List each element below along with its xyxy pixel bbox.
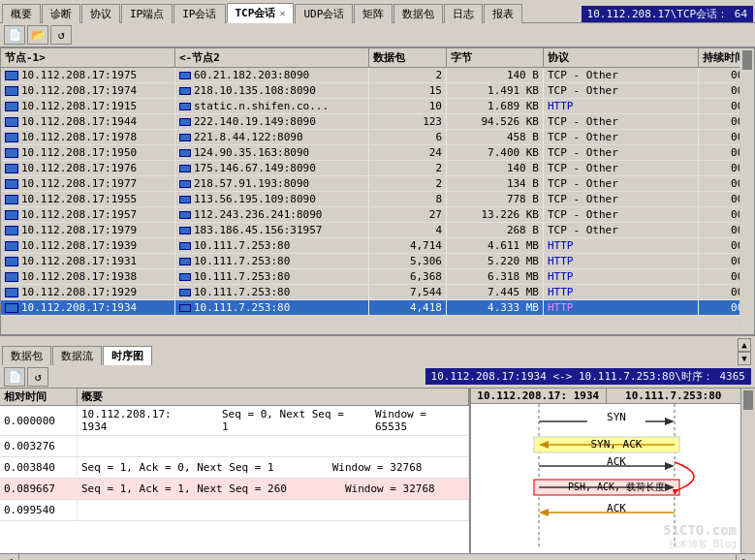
time-cell-summary: Seq = 1, Ack = 0, Next Seq = 1Window = 3…: [78, 457, 469, 478]
cell-packets: 15: [369, 83, 447, 98]
table-row[interactable]: 10.112.208.17:1929 10.111.7.253:80 7,544…: [1, 285, 739, 300]
cell-protocol: TCP - Other: [544, 223, 699, 237]
node2-icon: [179, 304, 191, 312]
bottom-new-btn[interactable]: 📄: [4, 367, 25, 387]
bottom-tab-stream[interactable]: 数据流: [52, 346, 102, 365]
col-node1[interactable]: 节点-1>: [1, 48, 175, 67]
cell-protocol: TCP - Other: [544, 83, 699, 98]
bottom-tab-timing[interactable]: 时序图: [103, 346, 152, 365]
open-button[interactable]: 📂: [27, 25, 48, 45]
cell-node1: 10.112.208.17:1977: [1, 176, 175, 191]
time-cell-time: 0.000000: [0, 406, 78, 435]
bottom-tab-packets[interactable]: 数据包: [2, 346, 51, 365]
cell-bytes: 4.611 MB: [447, 238, 544, 253]
cell-duration: 00:00:10: [699, 99, 739, 113]
col-node2[interactable]: <-节点2: [175, 48, 369, 67]
tab-udp-session[interactable]: UDP会话: [295, 4, 353, 23]
table-row[interactable]: 10.112.208.17:1957 112.243.236.241:8090 …: [1, 207, 739, 223]
horizontal-scrollbar[interactable]: ◄ ►: [0, 553, 755, 560]
tab-ip-session[interactable]: IP会话: [173, 4, 225, 23]
time-row[interactable]: 0.099540: [0, 500, 469, 521]
tab-packets[interactable]: 数据包: [393, 4, 443, 23]
bottom-scrollbar[interactable]: [740, 389, 755, 553]
cell-duration: 00:00:06: [699, 192, 739, 206]
time-cell-summary: [78, 436, 469, 456]
new-button[interactable]: 📄: [4, 25, 25, 45]
cell-packets: 24: [369, 145, 447, 160]
table-row[interactable]: 10.112.208.17:1978 221.8.44.122:8090 6 4…: [1, 130, 739, 145]
table-row[interactable]: 10.112.208.17:1944 222.140.19.149:8090 1…: [1, 114, 739, 130]
cell-node1: 10.112.208.17:1931: [1, 254, 175, 268]
cell-protocol: TCP - Other: [544, 130, 699, 144]
scroll-right-btn[interactable]: ►: [736, 554, 755, 560]
node2-icon: [179, 149, 191, 157]
cell-node2: 113.56.195.109:8090: [175, 192, 369, 206]
time-cell-summary: Seq = 1, Ack = 1, Next Seq = 260Window =…: [78, 479, 469, 499]
table-row[interactable]: 10.112.208.17:1976 175.146.67.149:8090 2…: [1, 161, 739, 176]
tab-ip-endpoint[interactable]: IP端点: [121, 4, 173, 23]
tab-overview[interactable]: 概要: [2, 4, 41, 23]
cell-duration: 00:00:06: [699, 207, 739, 222]
panel-collapse-up[interactable]: ▲: [738, 338, 751, 352]
node2-icon: [179, 211, 191, 219]
tab-diagnosis[interactable]: 诊断: [42, 4, 80, 23]
table-row[interactable]: 10.112.208.17:1977 218.57.91.193:8090 2 …: [1, 176, 739, 192]
bottom-scroll-thumb[interactable]: [743, 390, 753, 410]
node1-icon: [5, 195, 18, 204]
time-row[interactable]: 0.000000 10.112.208.17: 1934Seq = 0, Nex…: [0, 406, 469, 436]
bottom-toolbar: 📄 ↺ 10.112.208.17:1934 <-> 10.111.7.253:…: [0, 365, 755, 389]
node1-icon: [5, 303, 18, 313]
cell-bytes: 140 B: [447, 161, 544, 175]
table-row[interactable]: 10.112.208.17:1950 124.90.35.163:8090 24…: [1, 145, 739, 161]
scroll-thumb[interactable]: [742, 50, 752, 70]
time-table-body: 0.000000 10.112.208.17: 1934Seq = 0, Nex…: [0, 406, 469, 521]
table-row[interactable]: 10.112.208.17:1931 10.111.7.253:80 5,306…: [1, 254, 739, 269]
tab-report[interactable]: 报表: [484, 4, 522, 23]
diagram-right-node: 10.111.7.253:80: [607, 389, 741, 403]
tab-matrix[interactable]: 矩阵: [354, 4, 393, 23]
table-row[interactable]: 10.112.208.17:1975 60.21.182.203:8090 2 …: [1, 68, 739, 83]
cell-protocol: TCP - Other: [544, 192, 699, 206]
col-duration[interactable]: 持续时间: [699, 48, 739, 67]
col-protocol[interactable]: 协议: [544, 48, 699, 67]
cell-bytes: 7.445 MB: [447, 285, 544, 299]
node1-icon: [5, 272, 18, 282]
time-cell-time: 0.099540: [0, 500, 78, 520]
table-row[interactable]: 10.112.208.17:1974 218.10.135.108:8090 1…: [1, 83, 739, 99]
scroll-left-btn[interactable]: ◄: [0, 554, 19, 560]
cell-node2: 10.111.7.253:80: [175, 238, 369, 253]
cell-duration: 00:00:01: [699, 176, 739, 191]
main-toolbar: 📄 📂 ↺: [0, 23, 755, 47]
time-row[interactable]: 0.003840 Seq = 1, Ack = 0, Next Seq = 1W…: [0, 457, 469, 479]
table-row[interactable]: 10.112.208.17:1979 183.186.45.156:31957 …: [1, 223, 739, 238]
tab-log[interactable]: 日志: [444, 4, 483, 23]
table-header: 节点-1> <-节点2 数据包 字节 协议 持续时间: [1, 48, 739, 68]
cell-node1: 10.112.208.17:1950: [1, 145, 175, 160]
cell-bytes: 268 B: [447, 223, 544, 237]
refresh-button[interactable]: ↺: [50, 25, 72, 45]
table-row[interactable]: 10.112.208.17:1915 static.n.shifen.co...…: [1, 99, 739, 114]
main-scrollbar[interactable]: [739, 48, 754, 334]
cell-protocol: HTTP: [544, 254, 699, 268]
cell-duration: 00:00:07: [699, 269, 739, 284]
panel-collapse-down[interactable]: ▼: [738, 352, 751, 365]
tab-protocol[interactable]: 协议: [81, 4, 120, 23]
time-cell-summary: 10.112.208.17: 1934Seq = 0, Next Seq = 1…: [78, 406, 469, 435]
table-row[interactable]: 10.112.208.17:1955 113.56.195.109:8090 8…: [1, 192, 739, 207]
bottom-refresh-btn[interactable]: ↺: [27, 367, 48, 387]
diagram-left-node: 10.112.208.17: 1934: [471, 389, 607, 403]
cell-node1: 10.112.208.17:1955: [1, 192, 175, 206]
col-bytes[interactable]: 字节: [447, 48, 544, 67]
col-packets[interactable]: 数据包: [369, 48, 447, 67]
table-row[interactable]: 10.112.208.17:1939 10.111.7.253:80 4,714…: [1, 238, 739, 254]
time-row[interactable]: 0.089667 Seq = 1, Ack = 1, Next Seq = 26…: [0, 479, 469, 500]
tab-close-icon[interactable]: ✕: [279, 8, 285, 18]
cell-node1: 10.112.208.17:1974: [1, 83, 175, 98]
tab-tcp-session[interactable]: TCP会话✕: [227, 3, 295, 23]
table-row[interactable]: 10.112.208.17:1938 10.111.7.253:80 6,368…: [1, 269, 739, 285]
cell-protocol: HTTP: [544, 285, 699, 299]
cell-packets: 4,714: [369, 238, 447, 253]
time-row[interactable]: 0.003276: [0, 436, 469, 457]
table-row[interactable]: 10.112.208.17:1934 10.111.7.253:80 4,418…: [1, 300, 739, 316]
cell-duration: 00:00:03: [699, 83, 739, 98]
